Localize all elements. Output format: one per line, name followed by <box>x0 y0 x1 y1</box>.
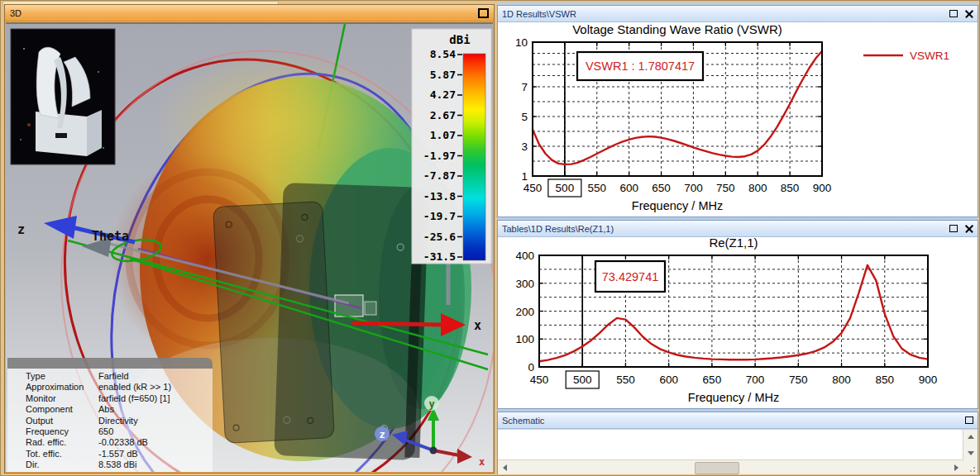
antenna-inset-image <box>11 29 115 164</box>
colorbar-value: -1.97 <box>423 150 456 162</box>
maximize-icon[interactable] <box>949 10 958 17</box>
vertical-scrollbar[interactable] <box>963 430 978 460</box>
x-tick-label: 850 <box>876 374 895 386</box>
theta-label: Theta <box>92 229 129 244</box>
y-tick-label: 0 <box>528 361 534 374</box>
colorbar-gradient <box>463 54 485 260</box>
triad-x-label: x <box>479 456 485 468</box>
x-tick-label: 550 <box>616 374 635 386</box>
3d-panel-title: 3D <box>10 8 22 18</box>
y-tick-label: 7 <box>521 81 528 93</box>
chart-title: Re(Z1,1) <box>709 237 758 250</box>
colorbar-value: 2.67 <box>430 109 456 121</box>
x-tick-label: 450 <box>530 374 549 386</box>
resize-grip[interactable] <box>963 460 978 474</box>
x-tick-label: 850 <box>781 182 800 194</box>
x-tick-label: 450 <box>523 182 543 194</box>
colorbar-value: -7.87 <box>423 169 456 182</box>
up-arrow-icon <box>968 435 974 439</box>
x-axis-title: Frequency / MHz <box>632 199 723 212</box>
x-tick-label: 600 <box>659 374 678 386</box>
x-tick-label: 500 <box>556 182 575 194</box>
rez-panel: Tables\1D Results\Re(Z1,1) 4505005506006… <box>497 220 978 409</box>
info-box-handle[interactable] <box>7 358 213 369</box>
schematic-panel-title: Schematic <box>502 416 544 426</box>
vswr-panel-title: 1D Results\VSWR <box>502 9 576 19</box>
x-tick-label: 900 <box>919 374 938 386</box>
vswr-panel-titlebar[interactable]: 1D Results\VSWR <box>498 6 978 22</box>
colorbar-value: -13.8 <box>423 190 456 202</box>
horizontal-scrollbar[interactable] <box>498 459 963 474</box>
x-tick-label: 800 <box>748 182 767 194</box>
legend-label[interactable]: VSWR1 <box>910 50 949 62</box>
x-tick-label: 550 <box>588 182 607 194</box>
maximize-icon[interactable] <box>965 416 973 424</box>
info-row: Rad. effic.-0.02338 dB <box>7 437 213 448</box>
farfield-info-box: TypeFarfieldApproximationenabled (kR >> … <box>7 358 213 472</box>
colorbar-value: 4.27 <box>430 88 456 101</box>
x-tick-label: 600 <box>619 182 638 194</box>
y-tick-label: 200 <box>515 306 534 318</box>
vswr-panel: 1D Results\VSWR 450500550600650700750800… <box>497 5 978 217</box>
z-axis-label: z <box>17 222 25 237</box>
close-icon[interactable] <box>965 225 973 233</box>
y-tick-label: 300 <box>515 278 534 290</box>
rez-panel-title: Tables\1D Results\Re(Z1,1) <box>502 224 614 234</box>
3d-panel-titlebar[interactable]: 3D <box>5 5 494 21</box>
schematic-canvas[interactable] <box>498 429 978 474</box>
3d-viewport[interactable]: z Theta x <box>6 22 493 472</box>
rez-chart: 4505005506006507007508008509000100200300… <box>498 237 978 408</box>
marker-value-text: 73.429741 <box>602 270 659 283</box>
info-row: TypeFarfield <box>7 371 213 382</box>
schematic-panel-titlebar[interactable]: Schematic <box>498 412 978 429</box>
x-tick-label: 750 <box>789 374 808 386</box>
marker-value-text: VSWR1 : 1.7807417 <box>586 60 695 73</box>
x-tick-label: 500 <box>573 374 592 386</box>
scroll-left-button[interactable] <box>498 460 512 474</box>
maximize-icon[interactable] <box>478 8 489 18</box>
pcb-board-front <box>213 202 335 444</box>
chart-title: Voltage Standing Wave Ratio (VSWR) <box>572 22 782 36</box>
info-row: OutputDirectivity <box>7 416 213 426</box>
farfield-info-rows: TypeFarfieldApproximationenabled (kR >> … <box>7 369 213 472</box>
info-row: ComponentAbs <box>7 404 213 415</box>
schematic-panel: Schematic <box>497 412 978 474</box>
3d-panel: 3D <box>4 4 495 474</box>
scroll-down-button[interactable] <box>963 446 978 460</box>
x-axis-title: Frequency / MHz <box>688 391 779 404</box>
info-row: Tot. effic.-1.557 dB <box>7 449 213 459</box>
triad-z-label: z <box>379 429 385 440</box>
left-arrow-icon <box>503 464 507 471</box>
application-window: 3D <box>0 0 980 476</box>
y-tick-label: 1 <box>521 170 528 183</box>
vswr-chart: 450500550600650700750800850900135710Volt… <box>498 22 978 217</box>
maximize-icon[interactable] <box>949 225 958 232</box>
colorbar-value: 5.87 <box>430 69 456 81</box>
colorbar: dBi 8.545.874.272.671.07-1.97-7.87-13.8-… <box>412 29 491 264</box>
colorbar-value: -31.5 <box>423 250 456 263</box>
x-tick-label: 900 <box>813 182 832 194</box>
info-row: Frequency650 <box>7 426 213 437</box>
right-arrow-icon <box>954 464 958 471</box>
colorbar-value: 1.07 <box>430 129 456 141</box>
info-row: Approximationenabled (kR >> 1) <box>7 382 213 393</box>
scroll-right-button[interactable] <box>949 460 963 474</box>
rez-chart-area: 4505005506006507007508008509000100200300… <box>498 237 978 408</box>
down-arrow-icon <box>968 451 974 455</box>
x-tick-label: 650 <box>652 182 671 194</box>
rez-panel-titlebar[interactable]: Tables\1D Results\Re(Z1,1) <box>498 221 978 237</box>
triad-y-label: y <box>428 398 434 410</box>
info-row: Dir.8.538 dBi <box>7 459 213 470</box>
x-tick-label: 750 <box>716 182 735 194</box>
x-axis-label: x <box>474 318 481 333</box>
scroll-up-button[interactable] <box>963 430 978 444</box>
x-tick-label: 650 <box>703 374 722 386</box>
colorbar-value: -19.7 <box>423 210 456 222</box>
scrollbar-thumb[interactable] <box>695 462 739 474</box>
results-column: 1D Results\VSWR 450500550600650700750800… <box>497 2 978 474</box>
colorbar-unit-label: dBi <box>449 33 470 46</box>
info-row: Monitorfarfield (f=650) [1] <box>7 393 213 404</box>
y-tick-label: 3 <box>521 140 528 153</box>
close-icon[interactable] <box>965 10 973 18</box>
colorbar-value: 8.54 <box>430 48 456 60</box>
